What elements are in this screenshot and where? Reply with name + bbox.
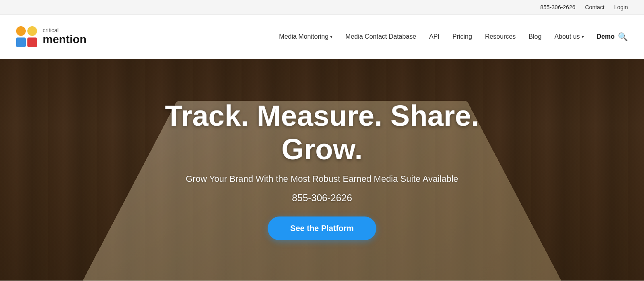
nav-item-about-us[interactable]: About us xyxy=(554,33,584,40)
logo[interactable]: critical mention xyxy=(16,26,87,47)
hero-subtitle: Grow Your Brand With the Most Robust Ear… xyxy=(165,174,479,184)
nav-link-api[interactable]: API xyxy=(429,33,440,40)
nav-link-resources[interactable]: Resources xyxy=(485,33,516,40)
logo-mention: mention xyxy=(43,33,87,46)
nav-item-media-monitoring[interactable]: Media Monitoring xyxy=(279,33,332,40)
hero-phone[interactable]: 855-306-2626 xyxy=(165,192,479,204)
nav-link-media-monitoring[interactable]: Media Monitoring xyxy=(279,33,332,40)
hero-headline: Track. Measure. Share. Grow. xyxy=(165,99,479,166)
nav-item-pricing[interactable]: Pricing xyxy=(452,33,472,40)
topbar-phone[interactable]: 855-306-2626 xyxy=(540,4,575,10)
nav-item-resources[interactable]: Resources xyxy=(485,33,516,40)
nav-links: Media Monitoring Media Contact Database … xyxy=(279,33,615,40)
hero-headline-line1: Track. Measure. Share. xyxy=(165,100,479,132)
hero-content: Track. Measure. Share. Grow. Grow Your B… xyxy=(157,99,487,241)
search-button[interactable]: 🔍 xyxy=(618,32,628,42)
topbar-login[interactable]: Login xyxy=(614,4,628,10)
nav-link-media-contact-db[interactable]: Media Contact Database xyxy=(345,33,416,40)
see-platform-button[interactable]: See the Platform xyxy=(268,216,376,240)
logo-text: critical mention xyxy=(43,27,87,46)
hero-headline-line2: Grow. xyxy=(281,133,362,165)
logo-icon xyxy=(16,26,39,47)
nav-link-demo[interactable]: Demo xyxy=(597,33,615,40)
logo-critical: critical xyxy=(43,27,87,33)
nav-link-about-us[interactable]: About us xyxy=(554,33,584,40)
nav-item-api[interactable]: API xyxy=(429,33,440,40)
main-nav: critical mention Media Monitoring Media … xyxy=(0,15,644,59)
search-icon: 🔍 xyxy=(618,32,628,41)
top-bar: 855-306-2626 Contact Login xyxy=(0,0,644,15)
nav-link-blog[interactable]: Blog xyxy=(528,33,541,40)
topbar-contact[interactable]: Contact xyxy=(585,4,604,10)
nav-link-pricing[interactable]: Pricing xyxy=(452,33,472,40)
nav-item-demo[interactable]: Demo xyxy=(597,33,615,40)
hero-section: Track. Measure. Share. Grow. Grow Your B… xyxy=(0,59,644,281)
nav-item-blog[interactable]: Blog xyxy=(528,33,541,40)
nav-item-media-contact-db[interactable]: Media Contact Database xyxy=(345,33,416,40)
